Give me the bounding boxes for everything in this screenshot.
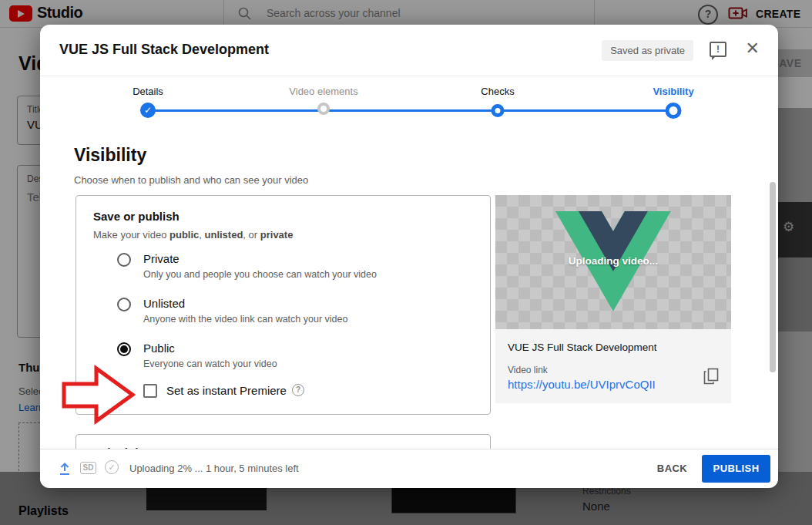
video-info-panel: VUE JS Full Stack Development Video link…: [495, 329, 731, 403]
back-button[interactable]: BACK: [657, 463, 687, 474]
send-feedback-icon[interactable]: !: [710, 42, 726, 57]
radio-desc-unlisted: Anyone with the video link can watch you…: [143, 314, 347, 325]
premiere-checkbox[interactable]: [143, 384, 157, 398]
radio-option-private[interactable]: Private Only you and people you choose c…: [76, 251, 490, 294]
schedule-card: Schedule: [75, 434, 491, 449]
dialog-content: Visibility Choose when to publish and wh…: [40, 76, 778, 449]
uploading-overlay-text: Uploading video...: [495, 255, 731, 267]
upload-dialog: VUE JS Full Stack Development Saved as p…: [40, 25, 778, 487]
video-link[interactable]: https://youtu.be/UVIprvCoQII: [508, 378, 656, 391]
premiere-checkbox-row[interactable]: Set as instant Premiere ?: [76, 383, 490, 402]
upload-status-text: Uploading 2% ... 1 hour, 5 minutes left: [129, 463, 299, 474]
visibility-heading: Visibility: [74, 145, 146, 166]
radio-desc-private: Only you and people you choose can watch…: [143, 269, 377, 280]
dialog-footer: SD ✓ Uploading 2% ... 1 hour, 5 minutes …: [40, 449, 778, 488]
video-link-label: Video link: [508, 365, 548, 375]
save-or-publish-card: Save or publish Make your video public, …: [75, 195, 491, 415]
video-preview-card: Uploading video... VUE JS Full Stack Dev…: [495, 195, 731, 403]
upload-progress-icon: [57, 461, 72, 476]
radio-circle-unlisted[interactable]: [117, 298, 131, 311]
radio-desc-public: Everyone can watch your video: [143, 358, 277, 369]
video-thumbnail-preview: Uploading video...: [495, 195, 731, 329]
annotation-arrow: [60, 362, 137, 427]
dialog-scrollbar-thumb[interactable]: [770, 182, 776, 372]
radio-option-public[interactable]: Public Everyone can watch your video: [76, 341, 490, 384]
radio-label-unlisted: Unlisted: [143, 297, 185, 310]
radio-label-public: Public: [143, 342, 175, 355]
save-or-publish-subtitle: Make your video public, unlisted, or pri…: [93, 229, 293, 241]
dialog-header: VUE JS Full Stack Development Saved as p…: [40, 25, 778, 76]
close-icon[interactable]: ✕: [746, 39, 760, 59]
premiere-label: Set as instant Premiere: [166, 384, 287, 397]
publish-button[interactable]: PUBLISH: [702, 455, 770, 483]
saved-status-badge: Saved as private: [602, 40, 693, 61]
sd-quality-badge: SD: [80, 462, 96, 474]
save-or-publish-title: Save or publish: [93, 210, 180, 223]
radio-circle-private[interactable]: [117, 253, 131, 267]
radio-label-private: Private: [143, 252, 180, 265]
visibility-subheading: Choose when to publish and who can see y…: [74, 174, 308, 186]
feedback-bubble-tail: [712, 56, 716, 60]
dialog-title: VUE JS Full Stack Development: [59, 42, 269, 58]
feedback-exclamation: !: [711, 43, 725, 56]
radio-option-unlisted[interactable]: Unlisted Anyone with the video link can …: [76, 296, 490, 339]
preview-video-title: VUE JS Full Stack Development: [508, 342, 657, 353]
copy-icon[interactable]: [703, 368, 719, 385]
checks-done-icon: ✓: [105, 460, 119, 474]
premiere-help-icon[interactable]: ?: [292, 384, 304, 396]
radio-circle-public[interactable]: [117, 342, 131, 356]
